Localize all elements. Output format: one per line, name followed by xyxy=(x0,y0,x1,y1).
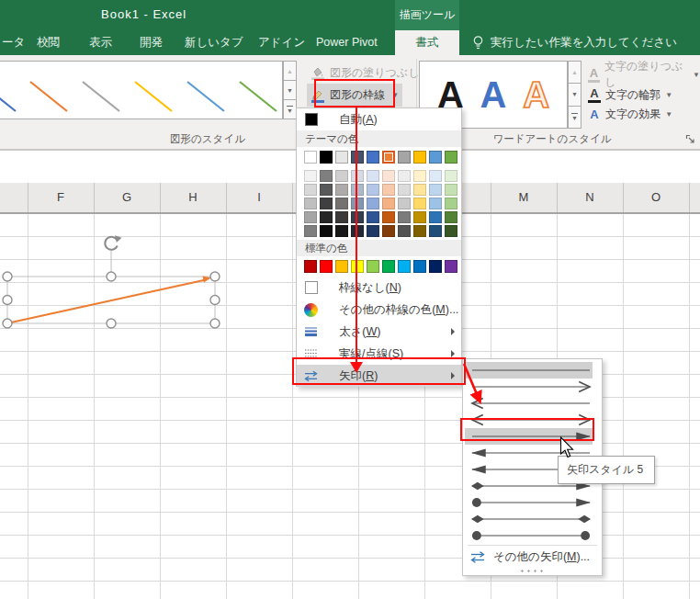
color-swatch[interactable] xyxy=(398,225,411,237)
column-header-O[interactable]: O xyxy=(623,183,689,212)
color-swatch[interactable] xyxy=(320,151,333,164)
column-header-N[interactable]: N xyxy=(557,183,623,212)
color-swatch[interactable] xyxy=(445,184,457,196)
color-swatch[interactable] xyxy=(382,225,395,237)
color-swatch[interactable] xyxy=(445,151,457,164)
color-swatch[interactable] xyxy=(320,225,333,237)
color-swatch[interactable] xyxy=(429,184,442,196)
text-outline-button[interactable]: A 文字の輪郭 ▼ xyxy=(588,85,672,104)
text-fill-button[interactable]: A 文字の塗りつぶし ▼ xyxy=(588,65,700,84)
color-swatch[interactable] xyxy=(320,170,333,182)
color-swatch[interactable] xyxy=(429,151,442,164)
color-swatch[interactable] xyxy=(335,184,348,196)
column-header-H[interactable]: H xyxy=(160,183,226,212)
menu-item-weight[interactable]: 太さ(W) xyxy=(297,321,461,343)
text-effects-button[interactable]: A 文字の効果 ▼ xyxy=(588,105,672,123)
color-swatch[interactable] xyxy=(413,260,426,273)
tab-developer[interactable]: 開発 xyxy=(140,30,163,55)
color-swatch[interactable] xyxy=(351,211,364,223)
gallery-scroll-up-button[interactable]: ▲ xyxy=(568,61,581,84)
color-swatch[interactable] xyxy=(382,184,395,196)
color-swatch[interactable] xyxy=(429,170,442,182)
color-swatch[interactable] xyxy=(429,198,442,209)
gallery-more-button[interactable]: ▼ xyxy=(568,107,581,129)
wordart-sample-orange[interactable]: A xyxy=(523,76,549,113)
color-swatch[interactable] xyxy=(320,198,333,209)
color-swatch[interactable] xyxy=(413,211,426,223)
color-swatch[interactable] xyxy=(367,184,379,196)
color-swatch[interactable] xyxy=(351,198,364,209)
column-header-I[interactable]: I xyxy=(226,183,292,212)
color-swatch[interactable] xyxy=(382,211,395,223)
tab-format-active[interactable]: 書式 xyxy=(395,30,459,55)
color-swatch[interactable] xyxy=(413,151,426,164)
menu-item-more-arrows[interactable]: その他の矢印(M)... xyxy=(463,547,602,567)
color-swatch[interactable] xyxy=(304,260,317,273)
tab-new-tab[interactable]: 新しいタブ xyxy=(185,30,243,55)
gallery-more-button[interactable]: ▼ xyxy=(283,100,297,119)
color-swatch[interactable] xyxy=(382,260,395,273)
color-swatch[interactable] xyxy=(382,198,395,209)
color-swatch[interactable] xyxy=(398,260,411,273)
color-swatch[interactable] xyxy=(304,184,317,196)
color-swatch[interactable] xyxy=(304,225,317,237)
color-swatch[interactable] xyxy=(367,225,379,237)
color-swatch[interactable] xyxy=(429,211,442,223)
color-swatch[interactable] xyxy=(335,225,348,237)
color-swatch[interactable] xyxy=(413,225,426,237)
tab-view[interactable]: 表示 xyxy=(89,30,112,55)
color-swatch[interactable] xyxy=(382,151,395,164)
gallery-scroll-down-button[interactable]: ▼ xyxy=(568,84,581,106)
color-swatch[interactable] xyxy=(367,198,379,209)
tell-me-search[interactable]: 実行したい作業を入力してください xyxy=(472,30,677,55)
shape-styles-gallery[interactable] xyxy=(0,61,283,119)
color-swatch[interactable] xyxy=(351,151,364,164)
color-swatch[interactable] xyxy=(351,260,364,273)
tab-addins[interactable]: アドイン xyxy=(258,30,305,55)
color-swatch[interactable] xyxy=(304,151,317,164)
color-swatch[interactable] xyxy=(304,170,317,182)
color-swatch[interactable] xyxy=(304,198,317,209)
wordart-sample-blue[interactable]: A xyxy=(480,76,507,113)
color-swatch[interactable] xyxy=(413,198,426,209)
color-swatch[interactable] xyxy=(445,260,457,273)
color-swatch[interactable] xyxy=(335,211,348,223)
color-swatch[interactable] xyxy=(304,211,317,223)
color-swatch[interactable] xyxy=(398,170,411,182)
color-swatch[interactable] xyxy=(335,198,348,209)
color-swatch[interactable] xyxy=(429,260,442,273)
menu-item-more-outline-colors[interactable]: その他の枠線の色(M)... xyxy=(297,299,461,321)
color-swatch[interactable] xyxy=(382,170,395,182)
color-swatch[interactable] xyxy=(367,211,379,223)
tab-data-partial[interactable]: ータ xyxy=(2,30,25,55)
color-swatch[interactable] xyxy=(445,170,457,182)
arrow-style-item-9[interactable] xyxy=(465,494,593,511)
color-swatch[interactable] xyxy=(398,211,411,223)
color-swatch[interactable] xyxy=(320,211,333,223)
color-swatch[interactable] xyxy=(335,151,348,164)
arrow-style-item-11[interactable] xyxy=(465,527,593,544)
gallery-scroll-down-button[interactable]: ▼ xyxy=(283,81,297,100)
arrow-style-item-10[interactable] xyxy=(465,511,593,527)
tab-review[interactable]: 校閲 xyxy=(37,30,60,55)
color-swatch[interactable] xyxy=(413,170,426,182)
color-swatch[interactable] xyxy=(351,225,364,237)
tab-power-pivot[interactable]: Power Pivot xyxy=(316,30,378,55)
color-swatch[interactable] xyxy=(445,198,457,209)
color-swatch[interactable] xyxy=(351,184,364,196)
color-swatch[interactable] xyxy=(335,260,348,273)
color-swatch[interactable] xyxy=(335,170,348,182)
color-swatch[interactable] xyxy=(445,211,457,223)
color-swatch[interactable] xyxy=(413,184,426,196)
column-header-M[interactable]: M xyxy=(491,183,557,212)
color-swatch[interactable] xyxy=(429,225,442,237)
color-swatch[interactable] xyxy=(320,184,333,196)
menu-item-automatic[interactable]: 自動(A) xyxy=(297,108,461,130)
color-swatch[interactable] xyxy=(367,170,379,182)
color-swatch[interactable] xyxy=(398,198,411,209)
color-swatch[interactable] xyxy=(367,151,379,164)
color-swatch[interactable] xyxy=(351,170,364,182)
color-swatch[interactable] xyxy=(445,225,457,237)
gallery-scroll-up-button[interactable]: ▲ xyxy=(283,61,297,81)
color-swatch[interactable] xyxy=(320,260,333,273)
